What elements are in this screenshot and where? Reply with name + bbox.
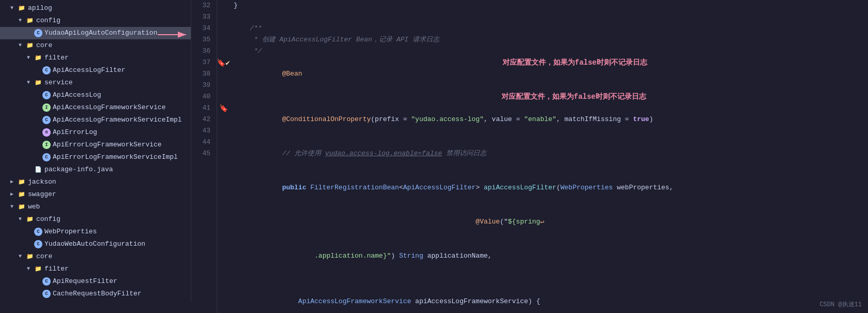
line-num-39: 39 bbox=[191, 80, 212, 91]
arrow-icon: ▼ bbox=[19, 15, 26, 26]
tree-label: config bbox=[36, 214, 60, 225]
gutter-40 bbox=[217, 91, 230, 102]
arrow-icon: ▼ bbox=[19, 251, 26, 262]
code-line-33 bbox=[234, 11, 868, 23]
tree-item-package-info[interactable]: 📄 package-info.java bbox=[0, 163, 191, 176]
class-icon: C bbox=[42, 116, 51, 124]
tree-label: filter bbox=[44, 263, 69, 275]
gutter-39 bbox=[217, 80, 230, 91]
folder-icon: 📁 bbox=[18, 4, 26, 12]
tree-item-apiaccesslogframeworkserviceimpl[interactable]: C ApiAccessLogFrameworkServiceImpl bbox=[0, 114, 191, 126]
line-num-41: 41 bbox=[191, 102, 212, 114]
tree-item-yudaoapilogautoconfiguration[interactable]: C YudaoApiLogAutoConfiguration bbox=[0, 27, 191, 39]
gutter-41: 🔖 bbox=[217, 102, 230, 114]
code-line-40: @Value("${spring↵ bbox=[234, 205, 868, 239]
class-icon: C bbox=[42, 153, 51, 161]
code-line-38: @ConditionalOnProperty(prefix = "yudao.a… bbox=[234, 102, 868, 137]
code-line-41b: ApiAccessLogFrameworkService apiAccessLo… bbox=[234, 285, 868, 313]
line-num-40: 40 bbox=[191, 91, 212, 102]
line-num-35: 35 bbox=[191, 34, 212, 46]
tree-item-core[interactable]: ▼ 📁 core bbox=[0, 39, 191, 52]
tree-label: CacheRequestBodyFilter bbox=[53, 288, 142, 300]
tree-item-apiaccesslogframeworkservice[interactable]: I ApiAccessLogFrameworkService bbox=[0, 101, 191, 114]
class-icon: C bbox=[42, 290, 51, 298]
tree-item-filter[interactable]: ▼ 📁 filter bbox=[0, 52, 191, 64]
sidebar: ▼ 📁 apilog ▼ 📁 config C YudaoApiLogAutoC… bbox=[0, 0, 191, 313]
gutter-32 bbox=[217, 0, 230, 11]
code-area: 32 33 34 35 36 37 38 39 40 41 42 43 44 4… bbox=[191, 0, 868, 313]
arrow-icon: ▼ bbox=[27, 77, 34, 88]
tree-item-web-core[interactable]: ▼ 📁 core bbox=[0, 250, 191, 263]
folder-icon: 📁 bbox=[26, 17, 34, 25]
bookmark-green-icon: 🔖 bbox=[217, 58, 225, 67]
line-num-44: 44 bbox=[191, 137, 212, 148]
folder-icon: 📁 bbox=[26, 252, 34, 261]
class-icon: C bbox=[34, 228, 42, 236]
line-num-33: 33 bbox=[191, 11, 212, 23]
arrow-icon: ▼ bbox=[27, 263, 34, 275]
tree-label: package-info.java bbox=[44, 164, 113, 175]
gutter-43 bbox=[217, 125, 230, 137]
arrow-icon: ▼ bbox=[19, 40, 26, 51]
tree-item-apierrorlogframeworkserviceimpl[interactable]: C ApiErrorLogFrameworkServiceImpl bbox=[0, 151, 191, 163]
line-num-34: 34 bbox=[191, 23, 212, 34]
tree-label: core bbox=[36, 40, 52, 51]
code-line-35: * 创建 ApiAccessLogFilter Bean，记录 API 请求日志 bbox=[234, 34, 868, 46]
gutter-42 bbox=[217, 114, 230, 125]
tree-item-webproperties[interactable]: C WebProperties bbox=[0, 226, 191, 238]
folder-icon: 📁 bbox=[18, 203, 26, 211]
file-tree[interactable]: ▼ 📁 apilog ▼ 📁 config C YudaoApiLogAutoC… bbox=[0, 0, 191, 302]
tree-item-web-config[interactable]: ▼ 📁 config bbox=[0, 213, 191, 226]
tree-label: WebProperties bbox=[44, 226, 97, 237]
tree-item-jackson[interactable]: ▶ 📁 jackson bbox=[0, 176, 191, 188]
pkg-icon: 📄 bbox=[34, 166, 42, 174]
tree-item-apierrorlogframeworkservice[interactable]: I ApiErrorLogFrameworkService bbox=[0, 139, 191, 151]
tree-item-apierrorlog[interactable]: ⊙ ApiErrorLog bbox=[0, 126, 191, 139]
line-num-36: 36 bbox=[191, 46, 212, 57]
line-num-43: 43 bbox=[191, 125, 212, 137]
code-line-39: // 允许使用 yudao.access-log.enable=false 禁用… bbox=[234, 137, 868, 171]
arrow-icon: ▼ bbox=[19, 214, 26, 225]
tree-item-config[interactable]: ▼ 📁 config bbox=[0, 14, 191, 27]
folder-icon: 📁 bbox=[26, 41, 34, 50]
arrow-icon: ▼ bbox=[27, 52, 34, 64]
tree-label: ApiErrorLogFrameworkService bbox=[53, 139, 162, 151]
tree-label: swagger bbox=[28, 189, 56, 200]
tree-label: jackson bbox=[28, 176, 56, 188]
gutter-36 bbox=[217, 46, 230, 57]
tree-label: ApiAccessLogFrameworkService bbox=[53, 102, 165, 113]
arrow-icon: ▶ bbox=[10, 189, 18, 200]
tree-label: web bbox=[28, 201, 40, 213]
code-line-40b: .application.name}") String applicationN… bbox=[234, 239, 868, 273]
line-num-37: 37 bbox=[191, 57, 212, 68]
tree-item-apirequestfilter[interactable]: C ApiRequestFilter bbox=[0, 275, 191, 288]
tree-item-cacherequestbodyfilter[interactable]: C CacheRequestBodyFilter bbox=[0, 288, 191, 300]
gutter-38 bbox=[217, 68, 230, 80]
watermark: CSDN @执迷11 bbox=[819, 300, 862, 309]
code-editor[interactable]: 对应配置文件，如果为false时则不记录日志 32 33 34 35 36 37… bbox=[191, 0, 868, 313]
class-icon: C bbox=[34, 29, 42, 37]
gutter-33 bbox=[217, 11, 230, 23]
tree-item-yudaowebautoconfiguration[interactable]: C YudaoWebAutoConfiguration bbox=[0, 238, 191, 250]
tree-item-web-filter[interactable]: ▼ 📁 filter bbox=[0, 263, 191, 275]
bookmark-yellow-icon: ✔ bbox=[225, 58, 230, 67]
code-line-34: /** bbox=[234, 23, 868, 34]
code-line-37: @Bean 对应配置文件，如果为false时则不记录日志 bbox=[234, 57, 868, 102]
tree-item-web[interactable]: ▼ 📁 web bbox=[0, 201, 191, 213]
interface-icon: I bbox=[42, 103, 51, 112]
tree-item-apiaccesslogfilter[interactable]: C ApiAccessLogFilter bbox=[0, 64, 191, 77]
class-icon: C bbox=[42, 277, 51, 286]
tree-item-service[interactable]: ▼ 📁 service bbox=[0, 77, 191, 89]
tree-label: YudaoApiLogAutoConfiguration bbox=[44, 27, 157, 39]
bookmark-green2-icon: 🔖 bbox=[219, 104, 228, 113]
tree-item-apiaccesslog[interactable]: C ApiAccessLog bbox=[0, 89, 191, 101]
line-num-42: 42 bbox=[191, 114, 212, 125]
tree-label: ApiAccessLogFilter bbox=[53, 65, 125, 76]
folder-icon: 📁 bbox=[34, 54, 42, 62]
gutter: 🔖 ✔ 🔖 bbox=[217, 0, 230, 313]
tree-item-apilog[interactable]: ▼ 📁 apilog bbox=[0, 2, 191, 14]
tree-item-swagger[interactable]: ▶ 📁 swagger bbox=[0, 188, 191, 201]
class-icon: C bbox=[34, 240, 42, 248]
folder-icon: 📁 bbox=[26, 215, 34, 223]
tree-label: apilog bbox=[28, 3, 52, 14]
